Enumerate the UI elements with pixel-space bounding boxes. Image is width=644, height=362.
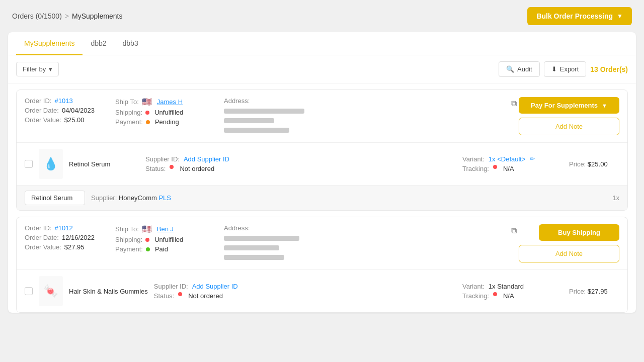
breadcrumb-orders[interactable]: Orders (0/1500): [12, 12, 62, 20]
bulk-order-caret-icon: ▼: [617, 13, 623, 20]
supplier-id-label-2: Supplier ID:: [154, 283, 188, 290]
item-price-section-hair: Price: $27.95: [569, 288, 619, 295]
variant-value[interactable]: 1x <Default>: [489, 155, 526, 163]
payment-status-2: Paid: [155, 245, 168, 253]
filter-label: Filter by: [23, 65, 46, 73]
shipping-status: Unfulfilled: [154, 109, 183, 116]
order-date-value: 04/04/2023: [62, 107, 95, 114]
supplier-bar-retinol: Retinol Serum Supplier: HoneyComm PLS 1x: [17, 185, 627, 210]
supplier-qty: 1x: [612, 194, 619, 202]
order-block-1012: Order ID: #1012 Order Date: 12/16/2022 O…: [16, 217, 628, 313]
order-id-label: Order ID:: [25, 97, 51, 105]
item-image-hair: 🍬: [39, 276, 63, 306]
pay-for-supplements-button[interactable]: Pay For Supplements ▼: [519, 97, 619, 114]
payment-status-dot-2: [146, 247, 150, 251]
action-section-1012: Buy Shipping Add Note: [519, 224, 619, 262]
add-supplier-id-link[interactable]: Add Supplier ID: [184, 155, 229, 163]
action-section-1013: Pay For Supplements ▼ Add Note: [519, 97, 619, 135]
address-label: Address:: [224, 97, 501, 105]
order-value-label: Order Value:: [25, 116, 61, 124]
ship-to-label-2: Ship To:: [115, 225, 139, 233]
add-supplier-id-link-2[interactable]: Add Supplier ID: [192, 283, 238, 290]
payment-status-dot: [146, 120, 150, 124]
pay-label: Pay For Supplements: [531, 102, 598, 109]
order-date-label: Order Date:: [25, 107, 59, 114]
search-icon: 🔍: [506, 65, 514, 73]
order-value-label-2: Order Value:: [25, 243, 61, 251]
item-status-value-2: Not ordered: [188, 292, 223, 300]
order-id-value-2[interactable]: #1012: [54, 224, 72, 232]
item-checkbox-retinol[interactable]: [25, 160, 33, 168]
shipping-status-dot-2: [145, 238, 149, 242]
buy-shipping-button[interactable]: Buy Shipping: [539, 224, 619, 241]
order-value-value: $25.00: [64, 116, 85, 124]
order-id-value[interactable]: #1013: [54, 97, 72, 105]
supplier-link[interactable]: PLS: [158, 194, 171, 202]
ship-to-label: Ship To:: [115, 98, 139, 106]
toolbar: Filter by ▾ 🔍 Audit ⬇ Export 13 Order(s): [8, 55, 636, 83]
copy-address-button-2[interactable]: ⧉: [509, 224, 519, 237]
supplier-name-val: HoneyComm: [119, 194, 157, 202]
item-variant-section-hair: Variant: 1x Standard Tracking: N/A: [462, 283, 563, 300]
order-date-label-2: Order Date:: [25, 234, 59, 241]
tracking-dot-2: [493, 292, 497, 296]
orders-count: 13 Order(s): [590, 65, 628, 73]
payment-status: Pending: [155, 118, 179, 126]
item-image-retinol: 💧: [39, 149, 63, 179]
item-name-retinol: Retinol Serum: [69, 160, 139, 168]
address-line-2-2: [224, 245, 279, 250]
tabs-bar: MySupplements dbb2 dbb3: [8, 32, 636, 55]
order-date-value-2: 12/16/2022: [62, 234, 95, 241]
tab-mysupplements[interactable]: MySupplements: [16, 32, 83, 55]
main-card: MySupplements dbb2 dbb3 Filter by ▾ 🔍 Au…: [8, 32, 636, 313]
item-status-dot: [170, 165, 174, 169]
ship-to-name[interactable]: James H: [157, 98, 183, 106]
address-line-1-2: [224, 236, 299, 241]
tracking-value: N/A: [503, 165, 514, 172]
item-price-section-retinol: Price: $25.00: [569, 160, 619, 168]
order-item-row-retinol: 💧 Retinol Serum Supplier ID: Add Supplie…: [17, 142, 627, 185]
filter-by-button[interactable]: Filter by ▾: [16, 62, 59, 76]
variant-label: Variant:: [462, 155, 485, 163]
toolbar-right: 🔍 Audit ⬇ Export 13 Order(s): [499, 61, 628, 77]
add-note-button-1012[interactable]: Add Note: [519, 245, 619, 262]
bulk-order-label: Bulk Order Processing: [536, 12, 613, 20]
add-note-button-1013[interactable]: Add Note: [519, 118, 619, 135]
item-checkbox-hair[interactable]: [25, 287, 33, 295]
audit-button[interactable]: 🔍 Audit: [499, 61, 540, 77]
tab-dbb3[interactable]: dbb3: [115, 32, 146, 55]
breadcrumb-current: MySupplements: [72, 12, 122, 20]
shipping-status-2: Unfulfilled: [154, 236, 183, 243]
bulk-order-processing-button[interactable]: Bulk Order Processing ▼: [527, 7, 632, 25]
order-meta-1013: Order ID: #1013 Order Date: 04/04/2023 O…: [25, 97, 115, 124]
order-id-label-2: Order ID:: [25, 224, 51, 232]
payment-label-2: Payment:: [115, 245, 143, 253]
address-line-3: [224, 128, 289, 133]
order-value-value-2: $27.95: [64, 243, 85, 251]
flag-icon: 🇺🇸: [142, 97, 152, 107]
download-icon: ⬇: [551, 65, 557, 73]
order-block-1013: Order ID: #1013 Order Date: 04/04/2023 O…: [16, 89, 628, 211]
tracking-dot: [493, 165, 497, 169]
tab-dbb2[interactable]: dbb2: [83, 32, 114, 55]
price-value-retinol: $25.00: [588, 160, 608, 168]
export-button[interactable]: ⬇ Export: [544, 61, 587, 77]
ship-to-name-2[interactable]: Ben J: [157, 225, 174, 233]
shipping-label: Shipping:: [115, 109, 142, 116]
item-variant-section-retinol: Variant: 1x <Default> ✏ Tracking: N/A: [462, 155, 563, 172]
export-label: Export: [560, 65, 579, 73]
tracking-value-2: N/A: [503, 292, 514, 300]
item-name-hair: Hair Skin & Nails Gummies: [69, 288, 148, 295]
item-status-value: Not ordered: [180, 165, 214, 172]
address-section-1012: Address:: [216, 224, 509, 261]
tracking-label-2: Tracking:: [462, 292, 489, 300]
edit-variant-icon[interactable]: ✏: [530, 155, 535, 163]
variant-value-2: 1x Standard: [489, 283, 524, 290]
order-meta-1012: Order ID: #1012 Order Date: 12/16/2022 O…: [25, 224, 115, 251]
order-item-row-hair: 🍬 Hair Skin & Nails Gummies Supplier ID:…: [17, 269, 627, 312]
shipping-label-2: Shipping:: [115, 236, 142, 243]
order-header-1012: Order ID: #1012 Order Date: 12/16/2022 O…: [17, 217, 627, 269]
item-status-dot-2: [178, 292, 182, 296]
copy-address-button[interactable]: ⧉: [509, 97, 519, 110]
item-details-hair: Supplier ID: Add Supplier ID Status: Not…: [154, 283, 456, 300]
